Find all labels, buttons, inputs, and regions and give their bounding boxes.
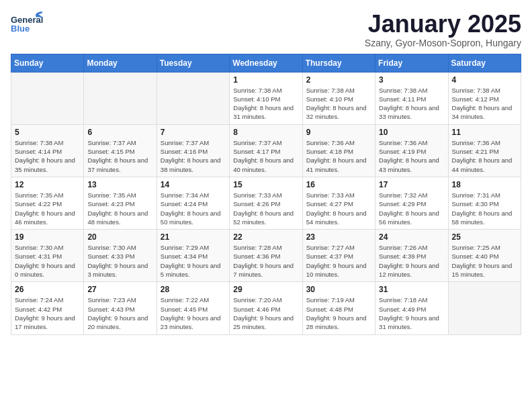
day-number: 11 — [452, 128, 517, 137]
day-number: 24 — [379, 232, 444, 242]
day-number: 28 — [161, 285, 226, 294]
calendar-table: SundayMondayTuesdayWednesdayThursdayFrid… — [11, 54, 521, 335]
day-number: 13 — [87, 180, 152, 189]
day-info: Sunrise: 7:24 AM Sunset: 4:42 PM Dayligh… — [15, 295, 80, 331]
day-number: 17 — [379, 180, 444, 189]
day-info: Sunrise: 7:30 AM Sunset: 4:31 PM Dayligh… — [15, 243, 80, 279]
calendar-cell — [84, 72, 157, 124]
day-info: Sunrise: 7:35 AM Sunset: 4:23 PM Dayligh… — [87, 191, 152, 226]
day-number: 2 — [306, 75, 371, 85]
calendar-cell: 12Sunrise: 7:35 AM Sunset: 4:22 PM Dayli… — [11, 177, 84, 229]
calendar-cell: 5Sunrise: 7:38 AM Sunset: 4:14 PM Daylig… — [11, 124, 84, 177]
calendar-cell: 28Sunrise: 7:22 AM Sunset: 4:45 PM Dayli… — [157, 282, 229, 334]
calendar-cell: 13Sunrise: 7:35 AM Sunset: 4:23 PM Dayli… — [84, 177, 157, 229]
day-info: Sunrise: 7:19 AM Sunset: 4:48 PM Dayligh… — [306, 295, 371, 331]
weekday-header-tuesday: Tuesday — [157, 54, 229, 72]
calendar-cell: 26Sunrise: 7:24 AM Sunset: 4:42 PM Dayli… — [11, 282, 84, 334]
day-info: Sunrise: 7:20 AM Sunset: 4:46 PM Dayligh… — [233, 295, 298, 331]
page-header: General Blue January 2025 Szany, Gyor-Mo… — [11, 11, 521, 48]
day-info: Sunrise: 7:34 AM Sunset: 4:24 PM Dayligh… — [161, 191, 226, 226]
day-number: 23 — [306, 232, 371, 242]
calendar-cell: 27Sunrise: 7:23 AM Sunset: 4:43 PM Dayli… — [84, 282, 157, 334]
logo-bird-icon: General Blue — [11, 11, 43, 38]
calendar-cell: 24Sunrise: 7:26 AM Sunset: 4:39 PM Dayli… — [375, 230, 448, 282]
calendar-week-4: 19Sunrise: 7:30 AM Sunset: 4:31 PM Dayli… — [11, 230, 521, 282]
location-title: Szany, Gyor-Moson-Sopron, Hungary — [365, 38, 521, 48]
day-info: Sunrise: 7:38 AM Sunset: 4:11 PM Dayligh… — [379, 86, 444, 122]
day-info: Sunrise: 7:28 AM Sunset: 4:36 PM Dayligh… — [233, 243, 298, 279]
calendar-week-1: 1Sunrise: 7:38 AM Sunset: 4:10 PM Daylig… — [11, 72, 521, 124]
day-number: 16 — [306, 180, 371, 189]
day-info: Sunrise: 7:26 AM Sunset: 4:39 PM Dayligh… — [379, 243, 444, 279]
day-number: 29 — [233, 285, 298, 294]
day-info: Sunrise: 7:33 AM Sunset: 4:27 PM Dayligh… — [306, 191, 371, 226]
weekday-header-saturday: Saturday — [448, 54, 521, 72]
day-number: 21 — [161, 232, 226, 242]
title-area: January 2025 Szany, Gyor-Moson-Sopron, H… — [365, 11, 521, 48]
weekday-header-monday: Monday — [84, 54, 157, 72]
day-number: 7 — [161, 128, 226, 137]
calendar-cell: 22Sunrise: 7:28 AM Sunset: 4:36 PM Dayli… — [230, 230, 302, 282]
day-info: Sunrise: 7:35 AM Sunset: 4:22 PM Dayligh… — [15, 191, 80, 226]
day-info: Sunrise: 7:36 AM Sunset: 4:18 PM Dayligh… — [306, 138, 371, 174]
calendar-cell: 31Sunrise: 7:18 AM Sunset: 4:49 PM Dayli… — [375, 282, 448, 334]
logo: General Blue — [11, 11, 43, 38]
svg-text:Blue: Blue — [11, 24, 30, 34]
day-info: Sunrise: 7:31 AM Sunset: 4:30 PM Dayligh… — [452, 191, 517, 226]
day-number: 27 — [87, 285, 152, 294]
calendar-cell — [11, 72, 84, 124]
weekday-header-friday: Friday — [375, 54, 448, 72]
calendar-cell: 23Sunrise: 7:27 AM Sunset: 4:37 PM Dayli… — [302, 230, 375, 282]
day-info: Sunrise: 7:23 AM Sunset: 4:43 PM Dayligh… — [87, 295, 152, 331]
calendar-week-5: 26Sunrise: 7:24 AM Sunset: 4:42 PM Dayli… — [11, 282, 521, 334]
day-info: Sunrise: 7:22 AM Sunset: 4:45 PM Dayligh… — [161, 295, 226, 331]
day-number: 26 — [15, 285, 80, 294]
day-number: 22 — [233, 232, 298, 242]
day-info: Sunrise: 7:33 AM Sunset: 4:26 PM Dayligh… — [233, 191, 298, 226]
calendar-cell: 20Sunrise: 7:30 AM Sunset: 4:33 PM Dayli… — [84, 230, 157, 282]
calendar-cell: 15Sunrise: 7:33 AM Sunset: 4:26 PM Dayli… — [230, 177, 302, 229]
weekday-header-thursday: Thursday — [302, 54, 375, 72]
calendar-cell — [448, 282, 521, 334]
day-info: Sunrise: 7:38 AM Sunset: 4:10 PM Dayligh… — [233, 86, 298, 122]
day-info: Sunrise: 7:38 AM Sunset: 4:10 PM Dayligh… — [306, 86, 371, 122]
weekday-header-row: SundayMondayTuesdayWednesdayThursdayFrid… — [11, 54, 521, 72]
day-number: 10 — [379, 128, 444, 137]
day-info: Sunrise: 7:27 AM Sunset: 4:37 PM Dayligh… — [306, 243, 371, 279]
day-info: Sunrise: 7:25 AM Sunset: 4:40 PM Dayligh… — [452, 243, 517, 279]
day-info: Sunrise: 7:18 AM Sunset: 4:49 PM Dayligh… — [379, 295, 444, 331]
day-info: Sunrise: 7:30 AM Sunset: 4:33 PM Dayligh… — [87, 243, 152, 279]
day-info: Sunrise: 7:38 AM Sunset: 4:12 PM Dayligh… — [452, 86, 517, 122]
day-number: 9 — [306, 128, 371, 137]
day-number: 20 — [87, 232, 152, 242]
calendar-week-2: 5Sunrise: 7:38 AM Sunset: 4:14 PM Daylig… — [11, 124, 521, 177]
calendar-cell: 30Sunrise: 7:19 AM Sunset: 4:48 PM Dayli… — [302, 282, 375, 334]
calendar-cell: 16Sunrise: 7:33 AM Sunset: 4:27 PM Dayli… — [302, 177, 375, 229]
calendar-cell: 2Sunrise: 7:38 AM Sunset: 4:10 PM Daylig… — [302, 72, 375, 124]
day-number: 30 — [306, 285, 371, 294]
calendar-cell: 10Sunrise: 7:36 AM Sunset: 4:19 PM Dayli… — [375, 124, 448, 177]
day-info: Sunrise: 7:36 AM Sunset: 4:19 PM Dayligh… — [379, 138, 444, 174]
day-number: 15 — [233, 180, 298, 189]
calendar-cell: 9Sunrise: 7:36 AM Sunset: 4:18 PM Daylig… — [302, 124, 375, 177]
day-number: 31 — [379, 285, 444, 294]
weekday-header-sunday: Sunday — [11, 54, 84, 72]
calendar-cell: 6Sunrise: 7:37 AM Sunset: 4:15 PM Daylig… — [84, 124, 157, 177]
calendar-cell: 17Sunrise: 7:32 AM Sunset: 4:29 PM Dayli… — [375, 177, 448, 229]
calendar-cell: 19Sunrise: 7:30 AM Sunset: 4:31 PM Dayli… — [11, 230, 84, 282]
day-number: 19 — [15, 232, 80, 242]
day-info: Sunrise: 7:37 AM Sunset: 4:15 PM Dayligh… — [87, 138, 152, 174]
calendar-cell — [157, 72, 229, 124]
calendar-cell: 29Sunrise: 7:20 AM Sunset: 4:46 PM Dayli… — [230, 282, 302, 334]
day-info: Sunrise: 7:36 AM Sunset: 4:21 PM Dayligh… — [452, 138, 517, 174]
weekday-header-wednesday: Wednesday — [230, 54, 302, 72]
day-number: 4 — [452, 75, 517, 85]
calendar-cell: 11Sunrise: 7:36 AM Sunset: 4:21 PM Dayli… — [448, 124, 521, 177]
day-info: Sunrise: 7:32 AM Sunset: 4:29 PM Dayligh… — [379, 191, 444, 226]
calendar-cell: 25Sunrise: 7:25 AM Sunset: 4:40 PM Dayli… — [448, 230, 521, 282]
calendar-cell: 18Sunrise: 7:31 AM Sunset: 4:30 PM Dayli… — [448, 177, 521, 229]
month-title: January 2025 — [365, 11, 521, 38]
day-number: 18 — [452, 180, 517, 189]
day-info: Sunrise: 7:38 AM Sunset: 4:14 PM Dayligh… — [15, 138, 80, 174]
day-number: 25 — [452, 232, 517, 242]
